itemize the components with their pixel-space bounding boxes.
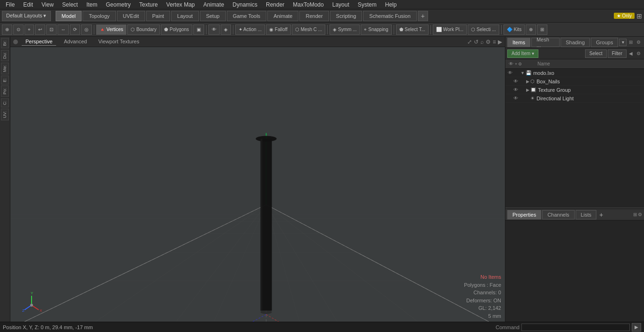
command-input[interactable] (521, 324, 630, 331)
tab-groups[interactable]: Groups (591, 38, 618, 47)
sidebar-tab-br[interactable]: Br: (1, 38, 9, 49)
vertices-btn[interactable]: 🔺 🔺 VerticesVertices (96, 24, 126, 35)
tab-mesh[interactable]: Mesh ... (531, 38, 560, 47)
selection-center-btn[interactable]: ⊙ (13, 24, 24, 35)
menu-system[interactable]: System (354, 0, 380, 9)
item-modo-lxo[interactable]: 👁 ▼ 💾 modo.lxo (505, 69, 644, 77)
viewport-icon-resize[interactable]: ⤢ (467, 39, 472, 45)
panel-settings-icon[interactable]: ⚙ (635, 40, 642, 45)
menu-maxtomodo[interactable]: MaxToModo (289, 0, 327, 9)
undo-btn[interactable]: ↩ (35, 24, 45, 35)
expand-modo-lxo[interactable]: ▼ (520, 71, 525, 75)
panel-expand-icon[interactable]: ⊞ (627, 40, 634, 45)
kits-btn[interactable]: 🔷 Kits (504, 24, 525, 35)
sidebar-tab-uv[interactable]: UV: (1, 109, 9, 121)
selection-none-btn[interactable]: ⊕ (2, 24, 12, 35)
expand-texture-group[interactable]: ▶ (526, 88, 529, 92)
items-settings-icon[interactable]: ⚙ (635, 51, 642, 56)
viewport-icon-settings[interactable]: ⚙ (486, 39, 491, 45)
tab-layout[interactable]: Layout (171, 11, 199, 21)
sidebar-tab-po[interactable]: Po: (1, 86, 9, 97)
filter-btn[interactable]: Filter (608, 49, 627, 58)
command-go-btn[interactable]: ▶ (632, 323, 641, 332)
viewport-icon-play[interactable]: ▶ (498, 39, 502, 45)
item-box-nails[interactable]: 👁 ▶ ⬡ Box_Nails (505, 77, 644, 86)
layout-icon-btn[interactable]: ⊞ (537, 24, 547, 35)
menu-select[interactable]: Select (58, 0, 82, 9)
sidebar-tab-me[interactable]: Me: (1, 63, 9, 74)
menu-layout[interactable]: Layout (329, 0, 353, 9)
mode1-btn[interactable]: ▣ (193, 24, 204, 35)
menu-vertex-map[interactable]: Vertex Map (163, 0, 199, 9)
viewport-icon-menu[interactable]: ≡ (493, 39, 496, 45)
viewport-canvas[interactable]: Z X Y No Items Polygons : Face Channels:… (10, 47, 505, 322)
eye-modo-lxo[interactable]: 👁 (506, 70, 514, 75)
scale-btn[interactable]: ↔ (58, 24, 69, 35)
tab-properties[interactable]: Properties (507, 210, 541, 219)
menu-edit[interactable]: Edit (19, 0, 37, 9)
snapping-btn[interactable]: ⌖ Snapping (361, 24, 391, 35)
eye-texture-group[interactable]: 👁 (512, 87, 520, 92)
tab-game-tools[interactable]: Game Tools (227, 11, 267, 21)
tab-render[interactable]: Render (299, 11, 329, 21)
add-item-btn[interactable]: Add Item ▾ (507, 49, 538, 58)
maximize-icon[interactable]: ⊞ (636, 12, 642, 20)
prop-settings-icon[interactable]: ⚙ (638, 212, 642, 217)
tab-scripting[interactable]: Scripting (330, 11, 363, 21)
viewport-dot[interactable] (13, 40, 18, 44)
star-badge[interactable]: ★ Only (614, 13, 635, 19)
visibility-btn[interactable]: 👁 (208, 24, 220, 35)
tab-uvedit[interactable]: UVEdit (117, 11, 145, 21)
tab-viewport-textures[interactable]: Viewport Textures (94, 38, 143, 46)
menu-view[interactable]: View (38, 0, 58, 9)
sidebar-tab-c[interactable]: C: (1, 98, 9, 107)
viewport-icon-refresh[interactable]: ↺ (474, 39, 479, 45)
tab-setup[interactable]: Setup (200, 11, 226, 21)
menu-item[interactable]: Item (83, 0, 101, 9)
menu-help[interactable]: Help (381, 0, 401, 9)
eye-directional-light[interactable]: 👁 (512, 96, 520, 101)
tab-animate[interactable]: Animate (267, 11, 298, 21)
falloff-btn[interactable]: ◉ Falloff (266, 24, 291, 35)
item-texture-group[interactable]: 👁 ▶ 🔲 Texture Group (505, 86, 644, 94)
tab-lists[interactable]: Lists (576, 210, 597, 219)
menu-dynamics[interactable]: Dynamics (229, 0, 261, 9)
items-collapse-icon[interactable]: ◀ (627, 51, 634, 56)
menu-render[interactable]: Render (262, 0, 288, 9)
tab-advanced[interactable]: Advanced (60, 38, 91, 46)
mesh-btn[interactable]: ⬡ Mesh C ... (292, 24, 325, 35)
tab-paint[interactable]: Paint (146, 11, 170, 21)
prop-expand-icon[interactable]: ⊞ (633, 212, 637, 217)
circle-btn[interactable]: ◎ (81, 24, 92, 35)
add-tab-button[interactable]: + (418, 11, 428, 21)
selection-set-btn[interactable]: ⬡ Selecti ... (468, 24, 499, 35)
eye-box-nails[interactable]: 👁 (512, 79, 520, 84)
link-icon-btn[interactable]: ⊕ (526, 24, 536, 35)
viewport-icon-search[interactable]: ⌕ (480, 39, 484, 45)
menu-geometry[interactable]: Geometry (102, 0, 135, 9)
polygons-btn[interactable]: ⬟ Polygons (161, 24, 192, 35)
expand-box-nails[interactable]: ▶ (526, 79, 529, 84)
sidebar-tab-du[interactable]: Du: (1, 50, 9, 61)
tab-channels[interactable]: Channels (542, 210, 574, 219)
select-btn[interactable]: Select (585, 49, 607, 58)
boundary-btn[interactable]: ⬡ Boundary (127, 24, 160, 35)
tab-topology[interactable]: Topology (83, 11, 116, 21)
panel-tab-dropdown[interactable]: ▾ (619, 39, 627, 46)
select-tool-btn[interactable]: ⬟ Select T... (396, 24, 429, 35)
tab-shading[interactable]: Shading (561, 38, 590, 47)
prop-tab-add-btn[interactable]: + (597, 211, 605, 219)
sidebar-tab-e[interactable]: E: (1, 76, 9, 85)
tab-perspective[interactable]: Perspective (22, 38, 56, 46)
menu-animate[interactable]: Animate (199, 0, 228, 9)
symmetry-btn[interactable]: ◈ Symm ... (330, 24, 360, 35)
mode2-btn[interactable]: ◈ (221, 24, 231, 35)
tab-items[interactable]: Items (507, 38, 530, 47)
tab-schematic-fusion[interactable]: Schematic Fusion (363, 11, 416, 21)
item-directional-light[interactable]: 👁 ▶ ☀ Directional Light (505, 94, 644, 103)
selection-cross-btn[interactable]: ⌖ (25, 24, 34, 35)
menu-file[interactable]: File (2, 0, 18, 9)
transform-btn[interactable]: ⊡ (46, 24, 57, 35)
work-plane-btn[interactable]: ⬜ Work Pl... (433, 24, 467, 35)
menu-texture[interactable]: Texture (135, 0, 161, 9)
